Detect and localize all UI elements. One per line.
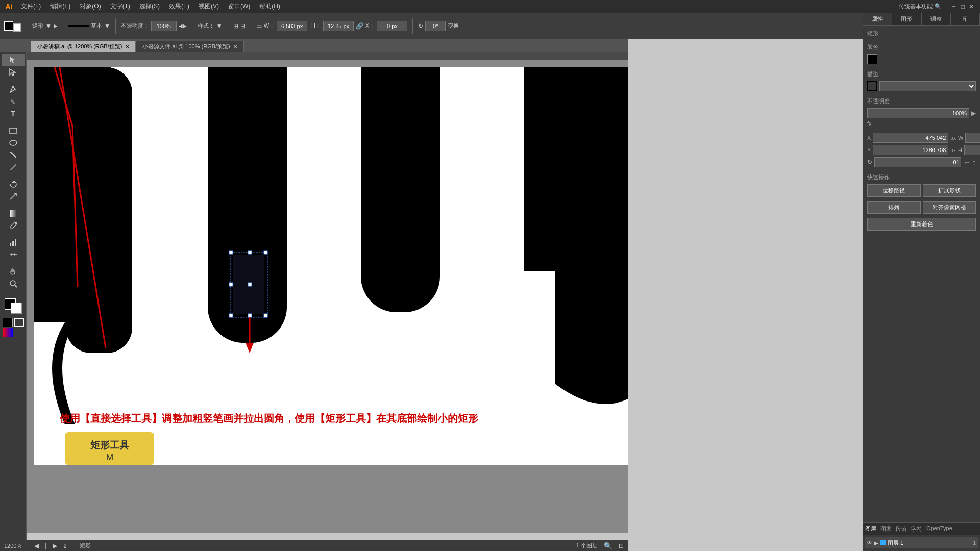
background-color[interactable] bbox=[11, 303, 22, 314]
workspace-label[interactable]: 传统基本功能 bbox=[899, 3, 933, 10]
y-value-input[interactable] bbox=[873, 145, 948, 155]
brush-tool-btn[interactable] bbox=[2, 149, 24, 161]
y-row: Y px H bbox=[867, 145, 976, 155]
stroke-type-select[interactable] bbox=[879, 81, 976, 91]
x-input[interactable] bbox=[377, 21, 407, 31]
pattern-tab[interactable]: 图案 bbox=[880, 525, 892, 533]
paragraph-tab[interactable]: 段落 bbox=[896, 525, 907, 533]
pixel-align-btn[interactable]: 对齐像素网格 bbox=[923, 201, 976, 214]
h-value-input[interactable] bbox=[964, 145, 980, 155]
none-square[interactable] bbox=[14, 318, 24, 327]
tab-0[interactable]: 小暑讲稿.ai @ 1200% (RGB/预览) ✕ bbox=[31, 41, 136, 52]
gradient-tool-btn[interactable] bbox=[2, 207, 24, 219]
recolor-btn[interactable]: 重新着色 bbox=[867, 218, 976, 231]
text-tool-btn[interactable]: T bbox=[2, 108, 24, 120]
direct-selection-tool-btn[interactable] bbox=[2, 66, 24, 79]
svg-rect-16 bbox=[248, 314, 252, 317]
opacity-value-input[interactable] bbox=[867, 108, 969, 118]
layers-tab[interactable]: 图层 bbox=[865, 525, 876, 533]
angle-value-input[interactable] bbox=[874, 157, 961, 167]
rpanel-tab-library[interactable]: 库 bbox=[951, 13, 980, 25]
close-btn[interactable]: ✕ bbox=[969, 3, 974, 10]
rotate-tool-btn[interactable] bbox=[2, 178, 24, 190]
fill-color-box[interactable] bbox=[4, 21, 13, 31]
rectangle-tool-btn[interactable] bbox=[2, 124, 24, 137]
tab-0-close[interactable]: ✕ bbox=[125, 44, 129, 49]
menu-item-file[interactable]: 文件(F) bbox=[17, 1, 45, 12]
tab-1[interactable]: 小暑源文件.ai @ 100% (RGB/预览) ✕ bbox=[136, 41, 243, 52]
search-icon: 🔍 bbox=[935, 3, 942, 10]
opacity-input[interactable] bbox=[151, 21, 177, 31]
chain-icon[interactable]: 🔗 bbox=[356, 22, 363, 30]
hand-tool-btn[interactable] bbox=[2, 265, 24, 278]
scale-tool-btn[interactable] bbox=[2, 190, 24, 203]
layer-expand-icon[interactable]: ▶ bbox=[874, 540, 878, 546]
zoom-tool-btn[interactable] bbox=[2, 278, 24, 290]
ellipse-tool-btn[interactable] bbox=[2, 137, 24, 149]
nav-prev[interactable]: ◀ bbox=[34, 542, 39, 549]
tab-0-label: 小暑讲稿.ai @ 1200% (RGB/预览) bbox=[37, 43, 122, 51]
menu-item-object[interactable]: 对象(O) bbox=[76, 1, 105, 12]
zoom-display[interactable]: 1200% bbox=[4, 543, 21, 549]
tab-1-close[interactable]: ✕ bbox=[233, 44, 237, 49]
x-value-input[interactable] bbox=[873, 133, 948, 143]
offset-path-btn[interactable]: 位移路径 bbox=[867, 184, 921, 197]
menu-item-text[interactable]: 文字(T) bbox=[106, 1, 134, 12]
left-toolbar: ✎+ T bbox=[0, 52, 27, 551]
chart-tool-btn[interactable] bbox=[2, 236, 24, 248]
svg-rect-31 bbox=[10, 210, 17, 217]
stroke-swatch[interactable] bbox=[867, 81, 877, 91]
align2-icon: ⊟ bbox=[240, 22, 246, 30]
menu-item-edit[interactable]: 编辑(E) bbox=[46, 1, 75, 12]
status-zoom-in[interactable]: 🔍 bbox=[604, 542, 612, 550]
rpanel-shape-section: 矩形 bbox=[867, 30, 976, 37]
canvas-svg: 使用【直接选择工具】调整加粗竖笔画并拉出圆角，使用【矩形工具】在其底部绘制小的矩… bbox=[34, 67, 628, 533]
tool-divider-3 bbox=[3, 176, 23, 176]
stroke-row bbox=[867, 81, 976, 91]
minimize-btn[interactable]: － bbox=[951, 2, 957, 11]
rpanel-tab-properties[interactable]: 属性 bbox=[863, 13, 892, 25]
flip-v-icon[interactable]: ↕ bbox=[972, 158, 976, 166]
menu-item-view[interactable]: 视图(V) bbox=[194, 1, 223, 12]
gradient-square[interactable] bbox=[3, 328, 13, 337]
menu-item-effect[interactable]: 效果(E) bbox=[165, 1, 193, 12]
measure-tool-btn[interactable] bbox=[2, 248, 24, 261]
height-input[interactable] bbox=[323, 21, 354, 31]
restore-btn[interactable]: □ bbox=[961, 3, 965, 10]
nav-indicator[interactable]: | bbox=[45, 542, 46, 549]
width-input[interactable] bbox=[277, 21, 307, 31]
rpanel-tab-graphic[interactable]: 图形 bbox=[892, 13, 921, 25]
arrange-btn[interactable]: 排列 bbox=[867, 201, 921, 214]
expand-shape-btn[interactable]: 扩展形状 bbox=[923, 184, 976, 197]
add-anchor-btn[interactable]: ✎+ bbox=[2, 95, 24, 108]
fill-square[interactable] bbox=[3, 318, 13, 327]
rpanel-tab-adjust[interactable]: 调整 bbox=[922, 13, 951, 25]
color-swatches bbox=[2, 298, 24, 314]
pencil-tool-btn[interactable] bbox=[2, 161, 24, 173]
opentype-tab[interactable]: OpenType bbox=[926, 525, 952, 533]
selection-tool-btn[interactable] bbox=[2, 54, 24, 66]
stroke-color-box[interactable] bbox=[13, 23, 21, 32]
fill-swatch[interactable] bbox=[867, 54, 877, 64]
tool-fill-area bbox=[3, 316, 24, 337]
color-pair[interactable] bbox=[5, 298, 22, 314]
y-label: Y bbox=[867, 147, 871, 153]
menu-item-select[interactable]: 选择(S) bbox=[135, 1, 164, 12]
canvas-area[interactable]: 使用【直接选择工具】调整加粗竖笔画并拉出圆角，使用【矩形工具】在其底部绘制小的矩… bbox=[27, 60, 628, 533]
nav-next[interactable]: ▶ bbox=[53, 542, 57, 549]
w-value-input[interactable] bbox=[965, 133, 980, 143]
divider-3 bbox=[115, 18, 116, 34]
menu-item-help[interactable]: 帮助(H) bbox=[255, 1, 284, 12]
angle-input[interactable] bbox=[425, 21, 446, 31]
layer-row-0[interactable]: 👁 ▶ 图层 1 1 bbox=[865, 537, 978, 548]
style-dropdown[interactable]: ▼ bbox=[216, 22, 223, 30]
status-fit-icon[interactable]: ⊡ bbox=[619, 542, 624, 549]
character-tab[interactable]: 字符 bbox=[911, 525, 922, 533]
opacity-expand-icon[interactable]: ▶ bbox=[971, 110, 976, 117]
stroke-dropdown[interactable]: ▼ bbox=[104, 22, 110, 30]
pen-tool-btn[interactable] bbox=[2, 83, 24, 95]
layer-eye-icon[interactable]: 👁 bbox=[867, 540, 872, 546]
eyedropper-tool-btn[interactable] bbox=[2, 219, 24, 232]
menu-item-window[interactable]: 窗口(W) bbox=[224, 1, 254, 12]
flip-h-icon[interactable]: ↔ bbox=[963, 158, 970, 166]
